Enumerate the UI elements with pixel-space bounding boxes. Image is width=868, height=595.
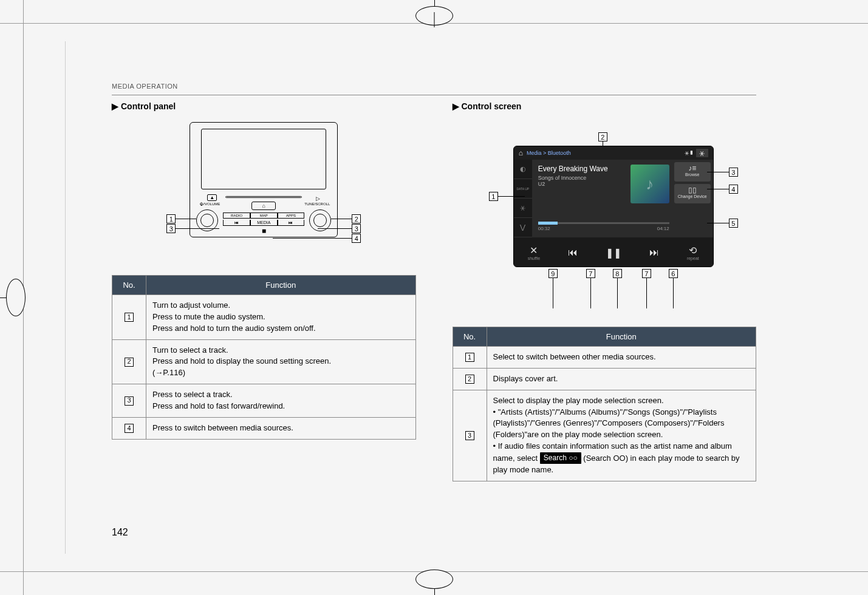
radio-button: RADIO	[223, 212, 250, 219]
callout-num: 2	[598, 132, 607, 141]
breadcrumb: Media > Bluetooth	[527, 150, 571, 156]
shuffle-button: ✕shuffle	[528, 245, 541, 260]
control-panel-illustration: ▲ ▷ ⏻/VOLUME TUNE/SCROLL ⌂ RADIO MAP APP…	[166, 122, 361, 262]
list-icon: ♪≡	[674, 164, 711, 172]
callout-num: 9	[548, 269, 558, 278]
crop-mark-left	[0, 273, 30, 322]
callout-num: 2	[352, 214, 361, 223]
side-tab-signal: ◐	[514, 160, 532, 179]
row-text: Turn to adjust volume. Press to mute the…	[146, 295, 416, 340]
panel-screen	[201, 129, 326, 189]
apps-button: APPS	[278, 212, 305, 219]
right-column: ▶Control screen 2 ⌂ Media > Bluetooth ⚹▮…	[453, 101, 757, 481]
callout-num: 1	[166, 214, 176, 223]
disc-slot	[225, 196, 302, 198]
now-playing: Every Breaking Wave Songs of Innocence U…	[532, 160, 713, 237]
callout-2: 2	[331, 214, 361, 223]
button-row-1: RADIO MAP APPS	[223, 212, 304, 219]
change-device-button: ▯▯Change Device	[674, 184, 711, 203]
home-button: ⌂	[251, 202, 276, 210]
table-row: 3 Press to select a track. Press and hol…	[112, 384, 416, 418]
album-art: ♪	[630, 165, 669, 203]
device-icon: ▯▯	[674, 186, 711, 194]
map-button: MAP	[250, 212, 278, 219]
row-num: 3	[465, 431, 474, 440]
prev-track-icon: ⏮	[568, 247, 578, 258]
row3-prefix: Select to display the play mode selectio…	[493, 396, 732, 463]
next-track-icon: ⏭	[649, 247, 659, 258]
playback-controls: ✕shuffle ⏮ ❚❚ ⏭ ⟲repeat	[514, 237, 713, 267]
table-row: 3 Select to display the play mode select…	[453, 390, 756, 481]
bt-connected-icon: ⚹▮	[685, 150, 694, 157]
right-subheading: ▶Control screen	[453, 101, 757, 111]
row-num: 1	[465, 353, 474, 362]
callout-num: 1	[489, 192, 498, 201]
search-badge: Search ○○	[540, 452, 581, 464]
side-tab-more: ⋁	[514, 218, 532, 237]
callout-4: 4	[707, 185, 738, 194]
row-text: Displays cover art.	[487, 368, 756, 390]
row-text: Press to select a track. Press and hold …	[146, 384, 416, 418]
row-text: Turn to select a track. Press and hold t…	[146, 339, 416, 384]
callout-num: 5	[729, 219, 738, 228]
pause-icon: ❚❚	[606, 247, 621, 259]
left-subheading: ▶Control panel	[112, 101, 416, 111]
next-button: ⏭	[278, 220, 305, 226]
callout-3b: 3	[318, 224, 361, 233]
time-total: 04:12	[657, 226, 669, 231]
control-panel-table: No. Function 1 Turn to adjust volume. Pr…	[112, 275, 416, 440]
callout-3: 3	[166, 224, 219, 233]
left-heading-text: Control panel	[121, 101, 176, 111]
progress: 00:32 04:12	[538, 222, 669, 231]
th-no: No.	[453, 327, 487, 347]
content-columns: ▶Control panel ▲ ▷ ⏻/VOLUME TUNE/SCROLL …	[112, 101, 756, 481]
row-num: 2	[465, 375, 474, 384]
callout-num: 3	[729, 168, 738, 177]
right-heading-text: Control screen	[462, 101, 522, 111]
side-tab-bt: ⚹	[514, 199, 532, 218]
callout-7: 7	[586, 269, 595, 308]
callout-1: 1	[489, 192, 525, 201]
right-buttons: ♪≡Browse ▯▯Change Device	[674, 162, 711, 206]
row-num: 2	[125, 358, 134, 367]
table-row: 1 Turn to adjust volume. Press to mute t…	[112, 295, 416, 340]
repeat-button: ⟲repeat	[687, 245, 699, 260]
progress-bar	[538, 222, 669, 224]
row-text: Press to switch between media sources.	[146, 417, 416, 439]
prev-button: ⏮	[223, 220, 250, 226]
th-function: Function	[487, 327, 756, 347]
row-num: 4	[125, 424, 134, 433]
triangle-icon: ▶	[112, 101, 118, 111]
table-row: 1 Select to switch between other media s…	[453, 347, 756, 369]
callout-num: 4	[729, 185, 738, 194]
callout-4: 4	[273, 234, 361, 243]
device-screen: ⌂ Media > Bluetooth ⚹▮ ⚹ ◐ DATA UP ⚹ ⋁	[513, 146, 714, 267]
th-function: Function	[146, 276, 416, 295]
status-bar: ⌂ Media > Bluetooth ⚹▮ ⚹	[514, 146, 713, 160]
row-num: 3	[125, 396, 134, 406]
table-row: 2 Turn to select a track. Press and hold…	[112, 339, 416, 384]
left-column: ▶Control panel ▲ ▷ ⏻/VOLUME TUNE/SCROLL …	[112, 101, 416, 481]
callout-num: 8	[613, 269, 622, 278]
callout-6: 6	[669, 269, 678, 308]
callout-7b: 7	[642, 269, 651, 308]
callout-8: 8	[613, 269, 622, 308]
callout-num: 7	[586, 269, 595, 278]
progress-time: 00:32 04:12	[538, 226, 669, 231]
volume-label: ⏻/VOLUME	[200, 202, 220, 206]
section-header: MEDIA OPERATION	[112, 83, 756, 95]
callout-num: 4	[352, 234, 361, 243]
button-row-2: ⏮ MEDIA ⏭	[223, 220, 304, 226]
th-no: No.	[112, 276, 146, 295]
callout-5: 5	[707, 219, 738, 228]
panel-body: ▲ ▷ ⏻/VOLUME TUNE/SCROLL ⌂ RADIO MAP APP…	[190, 122, 338, 237]
playback-label: ◼	[262, 228, 266, 234]
table-row: 2 Displays cover art.	[453, 368, 756, 390]
eject-icon: ▲	[207, 194, 217, 201]
row-num: 1	[125, 313, 134, 322]
status-icons: ⚹▮ ⚹	[685, 149, 708, 157]
callout-num: 3	[352, 224, 361, 233]
row-text: Select to display the play mode selectio…	[487, 390, 756, 481]
page-number: 142	[112, 527, 128, 538]
callout-num: 6	[669, 269, 678, 278]
